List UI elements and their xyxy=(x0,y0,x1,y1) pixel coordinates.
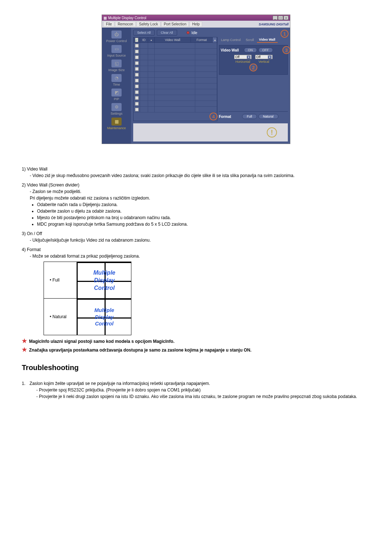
brand-label: SAMSUNG DIGITall xyxy=(259,22,289,26)
table-row[interactable] xyxy=(134,60,217,66)
power-icon: ⏻ xyxy=(111,30,122,38)
table-row[interactable] xyxy=(134,43,217,49)
idle-label: Idle xyxy=(192,31,197,35)
warning-icon: ! xyxy=(267,127,277,138)
video-wall-on-button[interactable]: ON xyxy=(244,48,257,53)
vertical-select[interactable]: Off▾ xyxy=(255,55,273,59)
table-row[interactable] xyxy=(134,49,217,54)
sidebar-time[interactable]: ◔ Time xyxy=(103,74,130,86)
sidebar-maintenance[interactable]: ▦ Maintenance xyxy=(103,118,130,130)
format-label: Format xyxy=(219,115,241,119)
menu-file[interactable]: File xyxy=(103,21,114,27)
troubleshooting-list: 1. Zaslon kojim želite upravljati se ne … xyxy=(22,380,370,400)
display-table: ID ⬥ Video Wall Format ▴ xyxy=(133,37,217,121)
video-wall-label: Video Wall xyxy=(221,48,242,52)
table-row[interactable] xyxy=(134,89,217,95)
sidebar-pip[interactable]: ◩ PIP xyxy=(103,89,130,101)
horizontal-label: Horizontal xyxy=(234,60,252,63)
section-desc: - Može se odabrati format za prikaz podi… xyxy=(22,253,370,259)
section-2: 2) Video Wall (Screen divider) - Zaslon … xyxy=(22,182,370,227)
sidebar-settings[interactable]: ⚙ Settings xyxy=(103,103,130,115)
vertical-label: Vertical xyxy=(255,60,273,63)
format-natural-image: MultipleDisplayControl xyxy=(77,299,131,335)
horizontal-select[interactable]: Off▾ xyxy=(234,55,252,59)
section-desc: - Uključuje/isključuje funkciju Video zi… xyxy=(22,237,370,243)
section-title: Video Wall (Screen divider) xyxy=(27,182,79,188)
tab-lamp-control[interactable]: Lamp Control xyxy=(219,37,243,42)
format-full-image: MultipleDisplayControl xyxy=(77,262,131,298)
section-num: 3) xyxy=(22,231,26,236)
trouble-sub: - Provjerite je li neki drugi zaslon spo… xyxy=(22,393,370,400)
trouble-num: 1. xyxy=(22,380,28,387)
chevron-down-icon: ▾ xyxy=(268,56,271,59)
scroll-up-icon[interactable]: ▴ xyxy=(213,37,217,42)
trouble-sub: - Provjerite spoj RS232C priključka. (Pr… xyxy=(22,387,370,393)
sidebar-image-size[interactable]: ◱ Image Size xyxy=(103,59,130,72)
table-row[interactable] xyxy=(134,101,217,107)
sidebar-label: PIP xyxy=(103,97,130,101)
video-wall-panel: Video Wall ON OFF 3 Off▾ Horizontal Off xyxy=(219,45,288,75)
marker-4: 4 xyxy=(209,112,217,120)
col-check[interactable] xyxy=(134,37,140,42)
table-row[interactable] xyxy=(134,107,217,112)
col-video-wall[interactable]: Video Wall xyxy=(155,37,191,42)
main-area: Select All Clear All Idle ID ⬥ Video Wal… xyxy=(131,28,290,144)
table-row[interactable] xyxy=(134,78,217,83)
input-icon: ▭ xyxy=(111,45,122,53)
image-size-icon: ◱ xyxy=(111,59,122,67)
chevron-down-icon: ▾ xyxy=(247,56,250,59)
section-3: 3) On / Off - Uključuje/isključuje funkc… xyxy=(22,230,370,243)
section-desc: - Video zid je skup međusobno povezanih … xyxy=(22,172,370,179)
sidebar-label: Input Source xyxy=(103,54,130,57)
right-panel: Lamp Control Scroll Video Wall 1 Video W… xyxy=(219,37,288,121)
sidebar-label: Settings xyxy=(103,112,130,115)
col-id[interactable]: ID xyxy=(140,37,148,42)
section-desc: Pri dijeljenju možete odabrati niz zaslo… xyxy=(22,195,370,201)
sidebar-label: Image Size xyxy=(103,68,130,72)
note-text: MagicInfo ulazni signal postoji samo kod… xyxy=(29,338,175,345)
format-natural-button[interactable]: Natural xyxy=(258,114,278,119)
video-wall-off-button[interactable]: OFF xyxy=(258,48,273,53)
table-row[interactable] xyxy=(134,95,217,101)
section-title: Format xyxy=(27,247,41,252)
format-natural-label: Natural xyxy=(44,313,77,320)
idle-indicator-icon xyxy=(187,31,189,34)
section-title: On / Off xyxy=(27,231,42,236)
titlebar: ▦ Multiple Display Control _ □ × xyxy=(102,15,290,21)
settings-icon: ⚙ xyxy=(111,103,122,111)
app-icon: ▦ xyxy=(103,16,107,20)
sidebar-input-source[interactable]: ▭ Input Source xyxy=(103,45,130,57)
sidebar-power-control[interactable]: ⏻ Power Control xyxy=(103,30,130,43)
star-icon: ★ xyxy=(22,347,27,353)
tab-scroll[interactable]: Scroll xyxy=(244,37,256,42)
format-natural-row: Natural MultipleDisplayControl xyxy=(44,299,131,335)
menu-safety-lock[interactable]: Safety Lock xyxy=(136,21,160,27)
col-format[interactable]: Format xyxy=(191,37,213,42)
minimize-button[interactable]: _ xyxy=(273,16,278,20)
section-num: 4) xyxy=(22,247,26,252)
section-1: 1) Video Wall - Video zid je skup međuso… xyxy=(22,166,370,179)
troubleshooting-heading: Troubleshooting xyxy=(22,362,370,373)
tab-video-wall[interactable]: Video Wall xyxy=(257,37,278,43)
close-button[interactable]: × xyxy=(283,16,289,20)
format-full-button[interactable]: Full xyxy=(242,114,257,119)
col-status[interactable]: ⬥ xyxy=(148,37,155,42)
format-full-label: Full xyxy=(44,277,77,283)
table-row[interactable] xyxy=(134,54,217,60)
bullet-item: Odaberite način rada u Dijeljenju zaslon… xyxy=(37,201,370,208)
menu-remocon[interactable]: Remocon xyxy=(115,21,136,27)
table-row[interactable] xyxy=(134,83,217,89)
maximize-button[interactable]: □ xyxy=(278,16,283,20)
maintenance-icon: ▦ xyxy=(111,118,122,126)
table-row[interactable] xyxy=(134,72,217,78)
note-1: ★ MagicInfo ulazni signal postoji samo k… xyxy=(22,338,370,345)
select-all-button[interactable]: Select All xyxy=(133,30,155,36)
table-row[interactable] xyxy=(134,66,217,72)
menu-help[interactable]: Help xyxy=(189,21,202,27)
bullet-item: Mjesto će biti postavljeno pritiskom na … xyxy=(37,214,370,221)
panel-tabs: Lamp Control Scroll Video Wall 1 xyxy=(219,37,288,43)
clear-all-button[interactable]: Clear All xyxy=(157,30,177,36)
note-2: ★ Značajka upravljanja postavkama održav… xyxy=(22,347,370,353)
menu-port-selection[interactable]: Port Selection xyxy=(161,21,189,27)
sidebar: ⏻ Power Control ▭ Input Source ◱ Image S… xyxy=(102,28,131,144)
